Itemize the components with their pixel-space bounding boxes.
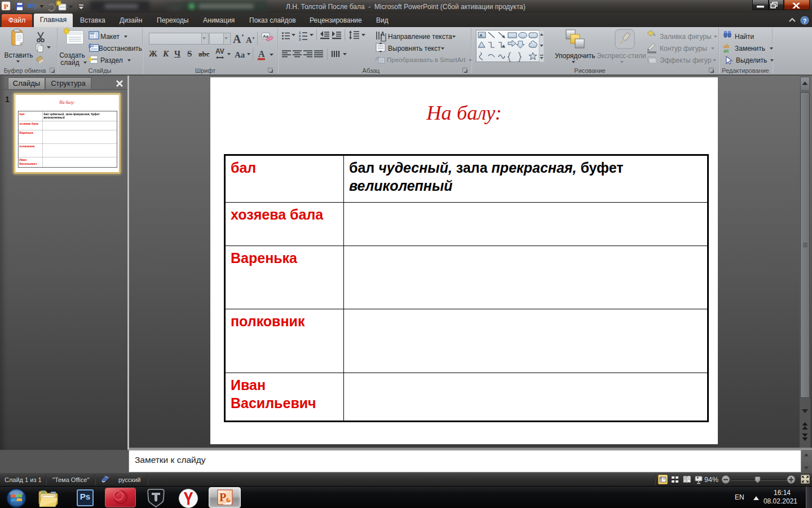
svg-text:ac: ac	[723, 48, 729, 54]
svg-text:Aa: Aa	[235, 50, 245, 59]
svg-text:A: A	[258, 49, 265, 59]
svg-text:3: 3	[299, 38, 301, 41]
svg-text:?: ?	[803, 17, 807, 24]
svg-text:A: A	[381, 31, 385, 37]
svg-text:P: P	[4, 2, 8, 11]
svg-text:P: P	[219, 491, 226, 503]
svg-text:A: A	[233, 33, 241, 45]
svg-text:A: A	[246, 36, 252, 45]
